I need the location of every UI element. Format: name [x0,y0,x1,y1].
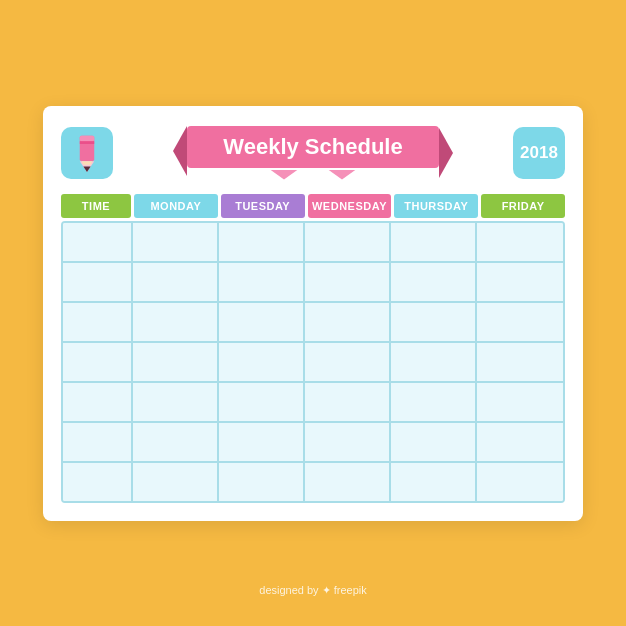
cell-tue-3[interactable] [219,303,305,341]
cell-mon-1[interactable] [133,223,219,261]
cell-thu-1[interactable] [391,223,477,261]
table-row [63,423,563,463]
cell-time-5[interactable] [63,383,133,421]
cell-fri-6[interactable] [477,423,563,461]
cell-mon-4[interactable] [133,343,219,381]
cell-mon-5[interactable] [133,383,219,421]
svg-rect-4 [80,141,94,144]
year-label: 2018 [520,143,558,163]
cell-wed-1[interactable] [305,223,391,261]
cell-mon-2[interactable] [133,263,219,301]
cell-fri-1[interactable] [477,223,563,261]
table-row [63,343,563,383]
cell-fri-2[interactable] [477,263,563,301]
cell-wed-2[interactable] [305,263,391,301]
cell-fri-3[interactable] [477,303,563,341]
cell-wed-7[interactable] [305,463,391,501]
cell-thu-7[interactable] [391,463,477,501]
cell-thu-3[interactable] [391,303,477,341]
cell-time-2[interactable] [63,263,133,301]
cell-fri-5[interactable] [477,383,563,421]
pencil-icon-box [61,127,113,179]
cell-tue-5[interactable] [219,383,305,421]
schedule-table [61,221,565,503]
cell-time-1[interactable] [63,223,133,261]
cell-tue-6[interactable] [219,423,305,461]
cell-fri-4[interactable] [477,343,563,381]
cell-mon-7[interactable] [133,463,219,501]
cell-time-6[interactable] [63,423,133,461]
table-row [63,223,563,263]
cell-thu-2[interactable] [391,263,477,301]
col-header-thursday: THURSDAY [394,194,478,218]
ribbon-tail-right [328,170,356,180]
cell-tue-1[interactable] [219,223,305,261]
cell-wed-6[interactable] [305,423,391,461]
cell-mon-3[interactable] [133,303,219,341]
title-ribbon: Weekly Schedule [125,126,501,180]
table-row [63,383,563,423]
ribbon-tails [270,170,356,180]
cell-thu-6[interactable] [391,423,477,461]
col-header-friday: FRIDAY [481,194,565,218]
cell-wed-4[interactable] [305,343,391,381]
cell-time-3[interactable] [63,303,133,341]
col-header-wednesday: WEDNESDAY [308,194,392,218]
column-headers: TIME MONDAY TUESDAY WEDNESDAY THURSDAY F… [61,194,565,218]
cell-wed-3[interactable] [305,303,391,341]
schedule-title: Weekly Schedule [223,134,402,159]
svg-marker-5 [82,161,93,165]
svg-marker-2 [83,166,90,171]
attribution-text: designed by ✦ freepik [259,584,366,596]
cell-thu-5[interactable] [391,383,477,421]
schedule-card: Weekly Schedule 2018 TIME MONDAY TUESDAY… [43,106,583,521]
cell-thu-4[interactable] [391,343,477,381]
cell-tue-7[interactable] [219,463,305,501]
table-row [63,463,563,501]
pencil-icon [71,134,103,172]
ribbon-background: Weekly Schedule [187,126,438,168]
cell-time-4[interactable] [63,343,133,381]
table-row [63,303,563,343]
cell-tue-4[interactable] [219,343,305,381]
attribution-area: designed by ✦ freepik [0,580,626,598]
ribbon-tail-left [270,170,298,180]
col-header-time: TIME [61,194,131,218]
col-header-tuesday: TUESDAY [221,194,305,218]
cell-fri-7[interactable] [477,463,563,501]
cell-wed-5[interactable] [305,383,391,421]
cell-tue-2[interactable] [219,263,305,301]
cell-mon-6[interactable] [133,423,219,461]
cell-time-7[interactable] [63,463,133,501]
year-box: 2018 [513,127,565,179]
table-row [63,263,563,303]
header: Weekly Schedule 2018 [61,126,565,180]
col-header-monday: MONDAY [134,194,218,218]
svg-rect-3 [80,135,94,140]
